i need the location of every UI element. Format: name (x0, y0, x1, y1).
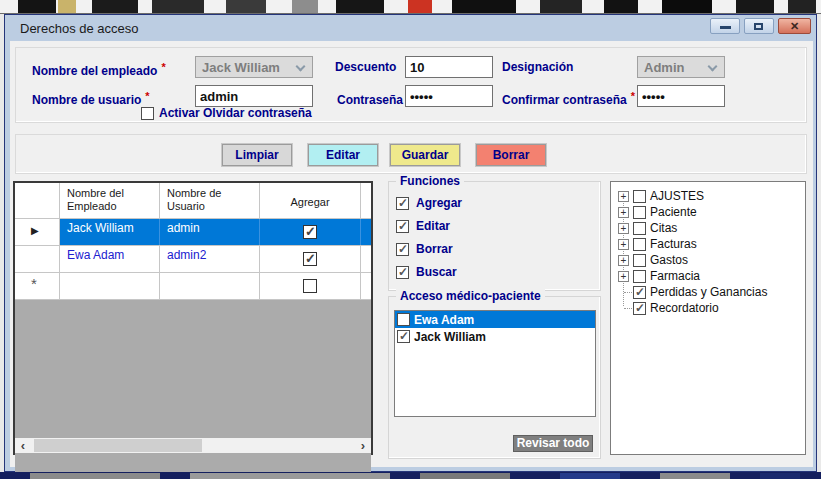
cell-usuario[interactable]: admin2 (160, 246, 260, 272)
borrar-button[interactable]: Borrar (476, 144, 546, 166)
cell-empleado[interactable] (60, 273, 160, 299)
agregar-checkbox[interactable] (303, 252, 317, 266)
expand-plus-icon[interactable]: + (618, 223, 629, 234)
current-row-arrow-icon: ▶ (31, 225, 39, 236)
row-selector-cell[interactable]: ▶ (15, 219, 60, 245)
table-new-row[interactable]: * (15, 273, 371, 300)
maximize-button[interactable] (744, 18, 774, 34)
medico-checkbox[interactable] (397, 330, 410, 343)
close-button[interactable]: ✕ (778, 18, 811, 34)
datagrid-header-row: Nombre del Empleado Nombre de Usuario Ag… (15, 183, 371, 219)
agregar-checkbox[interactable] (303, 279, 317, 293)
row-selector-cell[interactable]: * (15, 273, 60, 299)
empleado-combobox[interactable]: Jack William (195, 56, 313, 78)
tree-item-farmacia[interactable]: + Farmacia (611, 268, 805, 284)
horizontal-scrollbar[interactable]: ‹ › (15, 438, 371, 453)
tree-checkbox[interactable] (633, 270, 646, 283)
close-icon: ✕ (779, 20, 810, 33)
desktop-fragment (788, 0, 816, 13)
confirmar-contrasena-input[interactable] (637, 85, 725, 107)
tree-item-gastos[interactable]: + Gastos (611, 252, 805, 268)
funcion-borrar[interactable]: Borrar (396, 242, 453, 256)
expand-plus-icon[interactable]: + (618, 239, 629, 250)
forgot-password-checkbox[interactable] (141, 107, 154, 120)
agregar-checkbox[interactable] (396, 197, 409, 210)
cell-spacer (361, 219, 371, 245)
desktop-fragment (660, 473, 730, 479)
cell-empleado[interactable]: Ewa Adam (60, 246, 160, 272)
datagrid-header-selector[interactable] (15, 183, 60, 218)
table-row[interactable]: ▶ Jack William admin (15, 219, 371, 246)
limpiar-button[interactable]: Limpiar (222, 144, 292, 166)
tree-item-facturas[interactable]: + Facturas (611, 236, 805, 252)
cell-agregar[interactable] (260, 219, 361, 245)
tree-checkbox[interactable] (633, 286, 646, 299)
scroll-left-icon[interactable]: ‹ (15, 438, 31, 453)
cell-spacer (361, 246, 371, 272)
cell-usuario[interactable] (160, 273, 260, 299)
medico-label: Ewa Adam (414, 313, 474, 327)
row-selector-cell[interactable] (15, 246, 60, 272)
expand-plus-icon[interactable]: + (618, 271, 629, 282)
desktop-fragment (58, 0, 76, 13)
cell-agregar[interactable] (260, 246, 361, 272)
tree-label: Gastos (650, 253, 688, 267)
medico-checkedlistbox[interactable]: Ewa Adam Jack William (394, 310, 596, 417)
new-row-asterisk-icon: * (31, 275, 37, 292)
funciones-group: Funciones Agregar Editar Borrar Buscar (388, 181, 601, 291)
required-marker: * (631, 90, 635, 102)
cell-usuario[interactable]: admin (160, 219, 260, 245)
minimize-button[interactable] (710, 18, 740, 34)
desktop-fragment (292, 0, 318, 13)
acceso-title: Acceso médico-paciente (396, 289, 545, 303)
confirmar-contrasena-label: Confirmar contraseña* (502, 85, 635, 111)
tree-item-citas[interactable]: + Citas (611, 220, 805, 236)
tree-label: Citas (650, 221, 677, 235)
tree-checkbox[interactable] (633, 302, 646, 315)
tree-checkbox[interactable] (633, 222, 646, 235)
title-bar[interactable]: Derechos de acceso ✕ (5, 15, 816, 41)
borrar-checkbox[interactable] (396, 243, 409, 256)
tree-checkbox[interactable] (633, 238, 646, 251)
usuario-label: Nombre de usuario* (32, 85, 150, 111)
medico-checkbox[interactable] (397, 313, 410, 326)
usuario-input[interactable] (195, 85, 313, 107)
tree-item-perdidas-y-ganancias[interactable]: Perdidas y Ganancias (611, 284, 805, 300)
guardar-button[interactable]: Guardar (390, 144, 460, 166)
designacion-combobox[interactable]: Admin (637, 56, 725, 78)
tree-checkbox[interactable] (633, 206, 646, 219)
tree-item-recordatorio[interactable]: Recordatorio (611, 300, 805, 316)
tree-item-paciente[interactable]: + Paciente (611, 204, 805, 220)
expand-plus-icon[interactable]: + (618, 207, 629, 218)
cell-agregar[interactable] (260, 273, 361, 299)
tree-item-ajustes[interactable]: + AJUSTES (611, 188, 805, 204)
scrollbar-thumb[interactable] (34, 439, 202, 452)
column-header-agregar[interactable]: Agregar (260, 183, 361, 218)
buscar-checkbox[interactable] (396, 266, 409, 279)
funcion-editar[interactable]: Editar (396, 219, 450, 233)
revisar-todo-button[interactable]: Revisar todo (513, 435, 593, 452)
table-row[interactable]: Ewa Adam admin2 (15, 246, 371, 273)
desktop-fragment (452, 0, 516, 13)
contrasena-input[interactable] (405, 85, 493, 107)
tree-checkbox[interactable] (633, 254, 646, 267)
expand-plus-icon[interactable]: + (618, 191, 629, 202)
list-item[interactable]: Jack William (395, 328, 595, 345)
editar-checkbox[interactable] (396, 220, 409, 233)
expand-plus-icon[interactable]: + (618, 255, 629, 266)
scroll-right-icon[interactable]: › (355, 438, 371, 453)
cell-spacer (361, 273, 371, 299)
desktop-fragment (604, 0, 638, 13)
tree-checkbox[interactable] (633, 190, 646, 203)
funcion-buscar[interactable]: Buscar (396, 265, 457, 279)
agregar-checkbox[interactable] (303, 225, 317, 239)
editar-button[interactable]: Editar (308, 144, 378, 166)
funcion-agregar[interactable]: Agregar (396, 196, 462, 210)
permissions-treeview[interactable]: + AJUSTES + Paciente + Citas + F (610, 181, 806, 455)
column-header-usuario[interactable]: Nombre de Usuario (160, 183, 260, 218)
cell-empleado[interactable]: Jack William (60, 219, 160, 245)
desktop-fragment (408, 0, 432, 13)
descuento-input[interactable] (405, 56, 493, 78)
column-header-empleado[interactable]: Nombre del Empleado (60, 183, 160, 218)
list-item[interactable]: Ewa Adam (395, 311, 595, 328)
